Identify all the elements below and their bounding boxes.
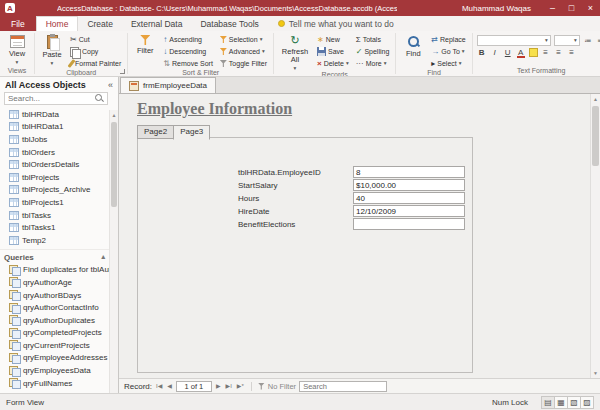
tab-database-tools[interactable]: Database Tools xyxy=(191,16,267,31)
nav-item-table[interactable]: tblTasks1 xyxy=(0,221,118,234)
new-blank-record-button[interactable]: ▶* xyxy=(236,383,245,389)
bold-button[interactable]: B xyxy=(477,49,487,57)
nav-item-table[interactable]: Temp2 xyxy=(0,234,118,247)
find-button[interactable]: Find xyxy=(400,33,426,69)
bullets-button[interactable]: ≔ xyxy=(583,37,593,44)
nav-item-query[interactable]: qryCompletedProjects xyxy=(0,327,118,340)
datasheet-view-shortcut-button[interactable]: ▦ xyxy=(554,396,568,409)
previous-record-button[interactable]: ◀ xyxy=(166,383,173,389)
nav-item-table[interactable]: tblHRData xyxy=(0,108,118,121)
nav-item-query[interactable]: qryAuthorContactInfo xyxy=(0,301,118,314)
align-center-button[interactable]: ≡ xyxy=(554,49,564,57)
delete-button[interactable]: × Delete ▾ xyxy=(315,58,351,69)
scrollbar-thumb[interactable] xyxy=(592,106,599,166)
form-view-shortcut-button[interactable]: ▤ xyxy=(541,396,555,409)
remove-sort-button[interactable]: ⇅ Remove Sort xyxy=(161,58,215,69)
page-tab-page3[interactable]: Page3 xyxy=(173,125,210,140)
totals-button[interactable]: Σ Totals xyxy=(354,34,392,45)
nav-item-query[interactable]: qryCurrentProjects xyxy=(0,339,118,352)
last-record-button[interactable]: ▶I xyxy=(225,383,233,389)
nav-item-table[interactable]: tblOrdersDetails xyxy=(0,158,118,171)
nav-item-query[interactable]: qryEmployeeAddresses xyxy=(0,352,118,365)
nav-item-table[interactable]: tblProjects xyxy=(0,171,118,184)
font-size-select[interactable]: ▾ xyxy=(554,35,580,46)
field-input-startsalary[interactable]: $10,000.00 xyxy=(353,179,465,191)
replace-button[interactable]: ⇄ Replace xyxy=(429,34,467,45)
advanced-button[interactable]: Advanced ▾ xyxy=(218,46,269,57)
goto-button[interactable]: → Go To ▾ xyxy=(429,46,467,57)
nav-item-query[interactable]: qryAuthorDuplicates xyxy=(0,314,118,327)
numbering-button[interactable]: ≕ xyxy=(596,37,600,44)
scroll-up-icon[interactable]: ▲ xyxy=(110,110,118,119)
new-record-ribbon-button[interactable]: ∗ New xyxy=(315,34,351,45)
record-search-input[interactable] xyxy=(299,381,387,392)
scroll-down-icon[interactable]: ▼ xyxy=(591,368,600,378)
nav-item-table[interactable]: tblHRData1 xyxy=(0,121,118,134)
nav-search-input[interactable] xyxy=(8,94,93,103)
refresh-all-button[interactable]: ↻ Refresh All ▾ xyxy=(278,33,312,71)
minimize-button[interactable]: – xyxy=(543,0,562,16)
nav-item-query[interactable]: qryAuthorBDays xyxy=(0,289,118,302)
scrollbar-thumb[interactable] xyxy=(111,122,117,207)
first-record-button[interactable]: I◀ xyxy=(155,383,163,389)
format-painter-button[interactable]: Format Painter xyxy=(68,58,123,69)
ascending-button[interactable]: ↑ Ascending xyxy=(161,34,215,45)
nav-item-query[interactable]: qryAuthorAge xyxy=(0,276,118,289)
section-collapse-icon[interactable]: ▴ xyxy=(101,253,105,261)
nav-item-table[interactable]: tblProjects_Archive xyxy=(0,184,118,197)
design-view-shortcut-button[interactable]: ▨ xyxy=(580,396,594,409)
field-input-hiredate[interactable]: 12/10/2009 xyxy=(353,205,465,217)
cut-button[interactable]: ✂ Cut xyxy=(68,34,123,45)
tab-home[interactable]: Home xyxy=(36,16,79,31)
nav-pane-header[interactable]: All Access Objects « xyxy=(0,77,118,92)
record-position-box[interactable]: 1 of 1 xyxy=(176,381,212,392)
nav-item-table[interactable]: tblJobs xyxy=(0,133,118,146)
dialog-launcher-icon[interactable] xyxy=(120,69,125,74)
align-right-button[interactable]: ≡ xyxy=(567,49,577,57)
paste-button[interactable]: Paste ▾ xyxy=(39,33,65,69)
nav-item-table[interactable]: tblTasks xyxy=(0,209,118,222)
view-button[interactable]: View ▾ xyxy=(4,33,30,67)
shutter-collapse-icon[interactable]: « xyxy=(108,80,113,90)
close-button[interactable]: × xyxy=(581,0,600,16)
page-tab-page2[interactable]: Page2 xyxy=(137,125,173,139)
select-button[interactable]: ▸ Select ▾ xyxy=(429,58,467,69)
nav-item-table[interactable]: tblOrders xyxy=(0,146,118,159)
align-left-button[interactable]: ≡ xyxy=(541,49,551,57)
italic-button[interactable]: I xyxy=(490,49,500,57)
document-tab-frmEmployeeData[interactable]: frmEmployeeData xyxy=(120,77,216,93)
save-button[interactable]: Save xyxy=(315,46,351,57)
nav-item-query[interactable]: qryEmployeesData xyxy=(0,364,118,377)
nav-pane-scrollbar[interactable]: ▲ xyxy=(109,110,118,393)
nav-item-query[interactable]: Find duplicates for tblAuthors xyxy=(0,264,118,277)
selection-button[interactable]: Selection ▾ xyxy=(218,34,269,45)
tab-create[interactable]: Create xyxy=(78,16,122,31)
more-button[interactable]: ··· More ▾ xyxy=(354,58,392,69)
descending-button[interactable]: ↓ Descending xyxy=(161,46,215,57)
filter-status[interactable]: No Filter xyxy=(258,382,296,391)
tab-external-data[interactable]: External Data xyxy=(122,16,192,31)
main-vertical-scrollbar[interactable]: ▲ ▼ xyxy=(590,94,600,378)
field-input-employeeid[interactable]: 8 xyxy=(353,166,465,178)
font-name-select[interactable]: ▾ xyxy=(477,35,551,46)
toggle-filter-label: Toggle Filter xyxy=(229,60,267,67)
copy-button[interactable]: Copy xyxy=(68,46,123,57)
nav-section-queries[interactable]: Queries ▴ xyxy=(0,249,118,264)
scroll-up-icon[interactable]: ▲ xyxy=(591,94,600,104)
tell-me-box[interactable]: Tell me what you want to do xyxy=(278,16,394,31)
toggle-filter-button[interactable]: Toggle Filter xyxy=(218,58,269,69)
field-input-hours[interactable]: 40 xyxy=(353,192,465,204)
field-input-benefitelections[interactable] xyxy=(353,218,465,230)
tab-file[interactable]: File xyxy=(0,16,36,31)
nav-item-query[interactable]: qryFullNames xyxy=(0,377,118,390)
nav-item-table[interactable]: tblProjects1 xyxy=(0,196,118,209)
spelling-button[interactable]: ✓ Spelling xyxy=(354,46,392,57)
highlight-button[interactable] xyxy=(529,48,538,57)
next-record-button[interactable]: ▶ xyxy=(215,383,222,389)
layout-view-shortcut-button[interactable]: ▧ xyxy=(567,396,581,409)
nav-search-box[interactable] xyxy=(4,92,108,105)
filter-button[interactable]: Filter xyxy=(132,33,158,69)
underline-button[interactable]: U xyxy=(503,49,513,57)
font-color-button[interactable]: A xyxy=(516,48,526,57)
maximize-button[interactable]: □ xyxy=(562,0,581,16)
